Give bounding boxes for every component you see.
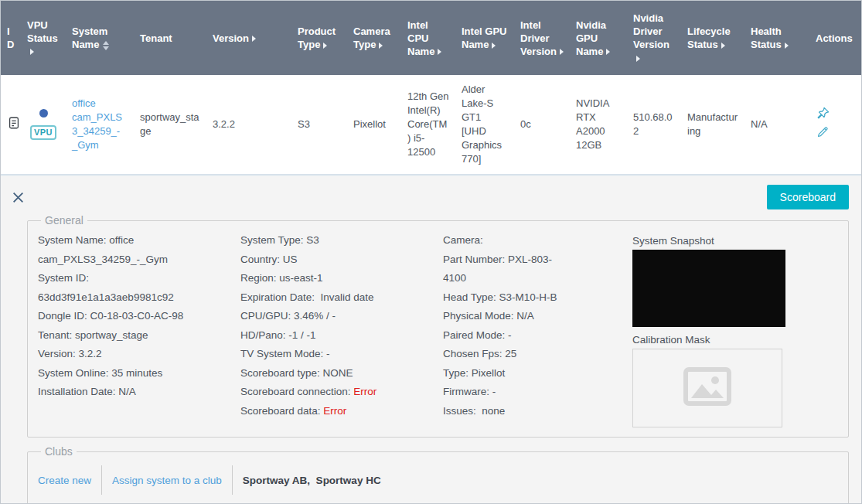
systems-table: IDVPU StatusSystem NameTenantVersionProd… [1, 1, 861, 175]
column-header-nvidia-gpu-name[interactable]: Nvidia GPU Name [570, 1, 627, 75]
detail-field-system-online: System Online: 35 minutes [38, 364, 222, 383]
cell-version: 3.2.2 [206, 75, 291, 175]
detail-field-cpu-gpu: CPU/GPU: 3.46% / - [240, 307, 443, 326]
cell-nvidia-driver-version: 510.68.02 [627, 75, 681, 175]
column-header-tenant: Tenant [134, 1, 206, 75]
image-placeholder-icon [683, 367, 731, 409]
cell-tenant: sportway_stage [134, 75, 206, 175]
cell-product-type: S3 [291, 75, 347, 175]
detail-field-system-type: System Type: S3 [240, 231, 443, 250]
detail-field-system-id: System ID: 63dd3f91e1a1a3aeb9981c92 [38, 269, 222, 307]
detail-field-hd-pano: HD/Pano: -1 / -1 [240, 326, 443, 346]
filter-arrow-icon [560, 49, 564, 55]
close-icon[interactable] [10, 189, 26, 206]
filter-arrow-icon [323, 43, 327, 49]
column-header-nvidia-driver-version[interactable]: Nvidia Driver Version [627, 1, 681, 75]
detail-field-country: Country: US [240, 250, 443, 270]
system-detail-panel: Scoreboard General System Name: office c… [1, 175, 861, 504]
detail-field-type: Type: Pixellot [443, 364, 563, 383]
table-header-row: IDVPU StatusSystem NameTenantVersionProd… [1, 1, 861, 75]
copy-id-icon[interactable] [7, 116, 21, 130]
column-header-label: Actions [816, 32, 853, 44]
detail-field-scoreboard-data: Scoreboard data: Error [240, 402, 443, 421]
detail-field-scoreboard-connection: Scoreboard connection: Error [240, 383, 443, 402]
detail-field-tenant: Tenant: sportway_stage [38, 326, 222, 346]
general-col-3: Camera: Part Number: PXL-803-4100Head Ty… [443, 231, 632, 427]
column-header-label: ID [7, 26, 14, 50]
column-header-version[interactable]: Version [206, 1, 291, 75]
vpu-badge[interactable]: VPU [30, 125, 56, 140]
cell-lifecycle-status: Manufacturing [681, 75, 744, 175]
systems-admin-screen: IDVPU StatusSystem NameTenantVersionProd… [0, 0, 862, 504]
detail-field-issues: Issues: none [443, 402, 563, 421]
scoreboard-button[interactable]: Scoreboard [767, 185, 849, 209]
cell-intel-cpu-name: 12th Gen Intel(R) Core(TM) i5-12500 [401, 75, 455, 175]
system-snapshot-image[interactable] [632, 250, 785, 327]
filter-arrow-icon [721, 43, 725, 49]
edit-icon[interactable] [816, 124, 830, 139]
column-header-intel-gpu-name[interactable]: Intel GPU Name [455, 1, 514, 75]
general-col-1: System Name: office cam_PXLS3_34259_-_Gy… [38, 231, 240, 427]
column-header-label: Product Type [298, 26, 336, 50]
column-header-camera-type[interactable]: Camera Type [347, 1, 401, 75]
column-header-label: VPU Status [27, 19, 58, 44]
general-col-2: System Type: S3Country: USRegion: us-eas… [240, 231, 443, 427]
detail-field-dongle-id: Dongle ID: C0-18-03-C0-AC-98 [38, 307, 222, 326]
cell-intel-gpu-name: Alder Lake-S GT1 [UHD Graphics 770] [455, 75, 514, 175]
column-header-label: Intel CPU Name [407, 19, 434, 57]
column-header-health-status[interactable]: Health Status [744, 1, 809, 75]
filter-arrow-icon [785, 43, 789, 49]
calibration-mask-label: Calibration Mask [632, 332, 838, 349]
cell-actions [809, 75, 861, 175]
column-header-lifecycle-status[interactable]: Lifecycle Status [681, 1, 744, 75]
assign-system-to-club-link[interactable]: Assign system to a club [112, 475, 222, 486]
column-header-label: System Name [72, 26, 107, 50]
clubs-legend: Clubs [41, 445, 77, 458]
column-header-intel-driver-version[interactable]: Intel Driver Version [514, 1, 570, 75]
cell-vpu-status: VPU [21, 75, 66, 175]
general-legend: General [41, 214, 87, 226]
cell-intel-driver-version: 0c [514, 75, 570, 175]
detail-field-installation-date: Installation Date: N/A [38, 383, 222, 402]
column-header-actions: Actions [809, 1, 861, 75]
cell-nvidia-gpu-name: NVIDIA RTX A2000 12GB [570, 75, 627, 175]
sort-icon [103, 41, 109, 50]
cell-id [1, 75, 21, 175]
pin-icon[interactable] [816, 106, 830, 121]
general-media-col: System Snapshot Calibration Mask [632, 231, 838, 427]
detail-field-physical-mode: Physical Mode: N/A [443, 307, 563, 326]
detail-field-expiration-date: Expiration Date: Invalid date [240, 288, 443, 308]
column-header-label: Intel GPU Name [462, 26, 507, 50]
create-new-club-link[interactable]: Create new [38, 475, 91, 486]
detail-field-region: Region: us-east-1 [240, 269, 443, 288]
filter-arrow-icon [636, 56, 640, 62]
column-header-system-name[interactable]: System Name [66, 1, 134, 75]
system-name-link[interactable]: office cam_PXLS3_34259_-_Gym [72, 97, 122, 151]
column-header-product-type[interactable]: Product Type [291, 1, 347, 75]
column-header-intel-cpu-name[interactable]: Intel CPU Name [401, 1, 455, 75]
detail-field-scoreboard-type: Scoreboard type: NONE [240, 364, 443, 383]
system-snapshot-label: System Snapshot [632, 233, 838, 250]
filter-arrow-icon [252, 36, 256, 42]
filter-arrow-icon [379, 43, 383, 49]
table-row[interactable]: VPU office cam_PXLS3_34259_-_Gym sportwa… [1, 75, 861, 175]
detail-field-chosen-fps: Chosen Fps: 25 [443, 345, 563, 364]
cell-health-status: N/A [744, 75, 809, 175]
general-section: General System Name: office cam_PXLS3_34… [27, 214, 849, 438]
column-header-label: Nvidia Driver Version [633, 12, 669, 50]
calibration-mask-placeholder [632, 349, 782, 427]
column-header-label: Health Status [751, 26, 782, 50]
cell-camera-type: Pixellot [347, 75, 401, 175]
detail-field-part-number: Part Number: PXL-803-4100 [443, 250, 563, 288]
detail-field-system-name: System Name: office cam_PXLS3_34259_-_Gy… [38, 231, 222, 269]
detail-topbar: Scoreboard [1, 182, 849, 214]
column-header-id: ID [1, 1, 21, 75]
column-header-label: Version [213, 32, 249, 44]
cell-system-name: office cam_PXLS3_34259_-_Gym [66, 75, 134, 175]
detail-field-tv-system-mode: TV System Mode: - [240, 345, 443, 364]
detail-field-firmware: Firmware: - [443, 383, 563, 402]
filter-arrow-icon [606, 49, 610, 55]
filter-arrow-icon [30, 49, 34, 55]
column-header-vpu-status[interactable]: VPU Status [21, 1, 66, 75]
vpu-online-dot-icon [39, 109, 48, 117]
